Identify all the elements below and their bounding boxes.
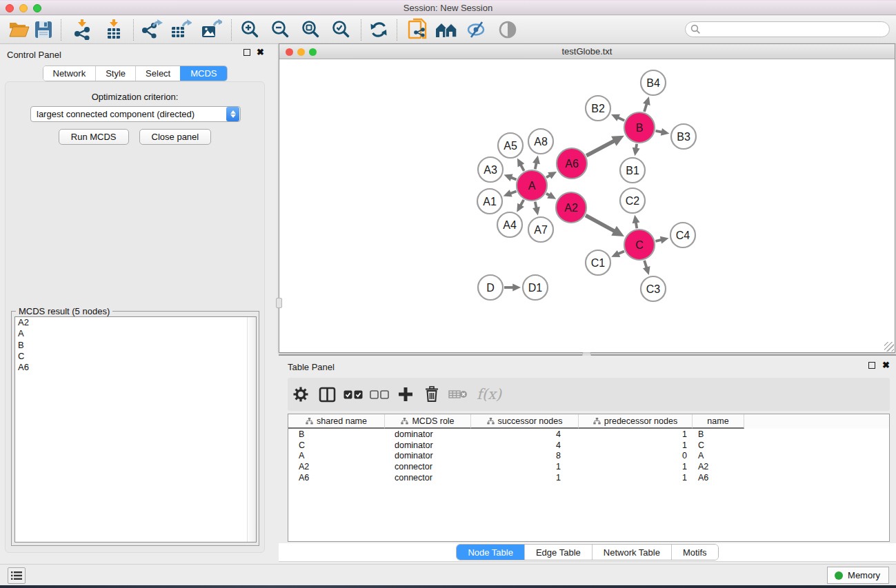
column-header-successor-nodes[interactable]: successor nodes [471, 414, 579, 429]
table-row[interactable]: A6connector11A6 [288, 472, 889, 483]
graph-edge[interactable] [618, 252, 624, 254]
network-window-title: testGlobe.txt [562, 46, 613, 57]
tab-edge-table[interactable]: Edge Table [524, 545, 592, 560]
node-label: A4 [503, 219, 517, 231]
node-label: B4 [646, 77, 660, 89]
resize-grip-icon[interactable] [884, 342, 894, 352]
graph-edge[interactable] [586, 215, 615, 231]
tab-motifs[interactable]: Motifs [671, 545, 718, 560]
list-item[interactable]: A6 [15, 362, 256, 373]
tab-node-table[interactable]: Node Table [457, 545, 524, 560]
table-cell: 8 [471, 451, 579, 460]
edge-arrowhead [512, 283, 521, 291]
zoom-out-icon[interactable] [270, 20, 290, 39]
column-header-predecessor-nodes[interactable]: predecessor nodes [579, 414, 693, 429]
tab-mcds[interactable]: MCDS [180, 66, 226, 81]
side-resize-handle[interactable] [276, 298, 282, 308]
list-item[interactable]: C [15, 351, 256, 362]
close-window-button[interactable] [6, 4, 14, 12]
import-table-icon[interactable] [103, 19, 124, 40]
network-close-button[interactable] [286, 48, 293, 56]
graph-edge[interactable] [644, 103, 647, 112]
application-window: Session: New Session [0, 0, 896, 588]
table-row[interactable]: A2connector11A2 [288, 461, 889, 472]
column-header-mcds-role[interactable]: MCDS role [385, 414, 471, 429]
save-session-icon[interactable] [34, 21, 52, 39]
select-all-icon[interactable] [340, 381, 366, 408]
table-cell: 4 [471, 429, 579, 439]
toolbar-separator [231, 19, 232, 41]
table-row[interactable]: Adominator80A [288, 451, 889, 462]
network-maximize-button[interactable] [309, 48, 317, 56]
search-input[interactable] [685, 21, 890, 37]
open-file-icon[interactable] [8, 21, 30, 39]
gear-icon[interactable] [288, 381, 314, 408]
table-cell: B [693, 429, 744, 439]
table-header: shared name MCDS role successor nodes pr… [288, 414, 889, 429]
export-network-icon[interactable] [141, 19, 163, 40]
minimize-window-button[interactable] [19, 4, 28, 12]
mcds-result-list[interactable]: A2ABCA6 [14, 316, 257, 543]
graph-edge[interactable] [636, 222, 637, 228]
maximize-window-button[interactable] [33, 4, 41, 12]
new-network-icon[interactable] [406, 18, 430, 41]
graph-edge[interactable] [586, 141, 615, 156]
close-panel-button[interactable]: Close panel [139, 129, 212, 145]
table-cell: 1 [471, 473, 579, 483]
close-table-panel-icon[interactable]: ✖ [882, 362, 890, 369]
table-row[interactable]: Bdominator41B [288, 429, 889, 440]
network-minimize-button[interactable] [297, 48, 305, 56]
tab-select[interactable]: Select [135, 66, 180, 81]
graph-edge[interactable] [636, 144, 637, 149]
graph-edge[interactable] [535, 163, 537, 169]
close-panel-icon[interactable]: ✖ [257, 49, 264, 56]
home-icon[interactable] [435, 21, 459, 39]
float-table-panel-icon[interactable] [868, 362, 875, 369]
delete-table-icon[interactable] [445, 381, 471, 408]
tab-network-table[interactable]: Network Table [592, 545, 671, 560]
add-column-icon[interactable] [392, 381, 419, 408]
memory-button[interactable]: Memory [827, 567, 889, 584]
column-header-name[interactable]: name [693, 414, 744, 429]
graph-edge[interactable] [618, 117, 624, 120]
result-scrollbar[interactable] [247, 317, 256, 542]
import-network-icon[interactable] [72, 19, 92, 40]
float-panel-icon[interactable] [243, 49, 250, 56]
zoom-selected-icon[interactable] [331, 20, 350, 39]
graph-edge[interactable] [656, 131, 662, 132]
task-history-button[interactable] [8, 567, 26, 584]
graph-edge[interactable] [535, 202, 537, 208]
function-builder-icon[interactable]: f(x) [471, 381, 507, 408]
tab-network[interactable]: Network [43, 66, 95, 81]
graph-edge[interactable] [521, 200, 524, 205]
graph-edge[interactable] [511, 177, 517, 179]
deselect-all-icon[interactable] [366, 381, 392, 408]
list-item[interactable]: A2 [15, 317, 256, 328]
column-header-shared-name[interactable]: shared name [288, 414, 385, 429]
delete-column-icon[interactable] [419, 381, 445, 408]
table-cell: A2 [693, 462, 744, 472]
graph-edge[interactable] [655, 240, 661, 241]
split-columns-icon[interactable] [314, 381, 340, 408]
hide-panel-icon[interactable] [466, 20, 487, 39]
table-row[interactable]: Cdominator41C [288, 440, 889, 451]
export-table-icon[interactable] [170, 19, 192, 40]
tab-style[interactable]: Style [95, 66, 135, 81]
network-window-titlebar[interactable]: testGlobe.txt [279, 44, 895, 59]
refresh-icon[interactable] [369, 20, 388, 39]
graph-edge[interactable] [521, 165, 524, 171]
export-image-icon[interactable] [200, 19, 222, 40]
list-item[interactable]: A [15, 328, 256, 339]
zoom-fit-icon[interactable] [301, 20, 320, 39]
network-canvas[interactable]: AA1A2A3A4A5A6A7A8BB1B2B3B4CC1C2C3C4DD1 [279, 59, 895, 352]
zoom-in-icon[interactable] [240, 20, 259, 39]
run-mcds-button[interactable]: Run MCDS [59, 129, 129, 145]
criterion-select[interactable]: largest connected component (directed) [30, 106, 241, 122]
toolbar-separator [397, 19, 397, 41]
graph-edge[interactable] [510, 191, 517, 193]
show-panel-icon[interactable] [498, 20, 517, 39]
list-item[interactable]: B [15, 340, 256, 351]
table-cell: C [693, 440, 744, 450]
node-label: A8 [534, 136, 548, 148]
graph-edge[interactable] [644, 261, 646, 268]
